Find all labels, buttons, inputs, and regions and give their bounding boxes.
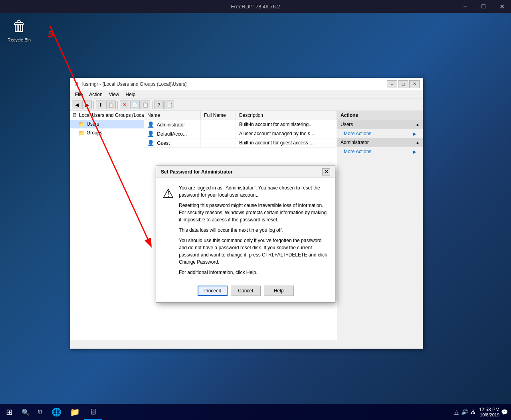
annotation-number: 5: [48, 29, 53, 40]
sys-tray-chevron[interactable]: △: [454, 409, 459, 415]
taskbar-clock[interactable]: 12:53 PM 10/8/2019: [479, 407, 499, 417]
freerdp-title: FreeRDP: 78.46.76.2: [231, 4, 280, 10]
toolbar-export[interactable]: 📑: [164, 101, 174, 109]
tree-users[interactable]: 📁 Users: [70, 120, 144, 128]
dialog-close-button[interactable]: ✕: [322, 168, 330, 175]
more-actions-arrow-users: ▶: [413, 132, 416, 136]
toolbar-new[interactable]: 📋: [141, 101, 150, 109]
set-password-dialog: Set Password for Administrator ✕ ⚠ You a…: [156, 166, 335, 303]
mmc-title-icon: 🖥: [73, 81, 80, 87]
taskbar-search-button[interactable]: 🔍: [18, 404, 33, 420]
sys-tray-volume[interactable]: 🔊: [461, 409, 468, 415]
mmc-title-controls: − □ ✕: [387, 80, 420, 88]
menu-help[interactable]: Help: [123, 91, 139, 98]
toolbar-back[interactable]: ◀: [72, 101, 81, 109]
toolbar-delete[interactable]: ✕: [120, 101, 129, 109]
mmc-window-title: lusrmgr - [Local Users and Groups (Local…: [82, 81, 186, 87]
user-icon-administrator: 👤: [147, 121, 154, 128]
mmc-close-btn[interactable]: ✕: [409, 80, 420, 88]
maximize-button[interactable]: □: [474, 0, 493, 13]
taskbar: ⊞ 🔍 ⧉ 🌐 📁 🖥 △ 🔊 🖧 12:53 PM 10/8/2019 💬: [0, 404, 511, 420]
actions-section-admin[interactable]: Administrator ▲: [337, 138, 423, 147]
user-fullname-defaultacco: [201, 129, 236, 138]
taskbar-right: △ 🔊 🖧 12:53 PM 10/8/2019 💬: [454, 407, 511, 417]
mmc-actions-panel: Actions Users ▲ More Actions ▶ Administr…: [337, 111, 423, 340]
table-row[interactable]: 👤 Administrator Built-in account for adm…: [144, 120, 337, 129]
sys-tray-icons: △ 🔊 🖧: [454, 409, 477, 415]
actions-chevron-admin: ▲: [416, 140, 420, 145]
notification-icon[interactable]: 💬: [501, 409, 508, 415]
title-bar-controls: − □ ✕: [456, 0, 511, 13]
col-name[interactable]: Name: [144, 111, 201, 120]
mmc-title-bar: 🖥 lusrmgr - [Local Users and Groups (Loc…: [70, 78, 423, 90]
mmc-minimize-btn[interactable]: −: [387, 80, 397, 88]
mmc-toolbar: ◀ ▶ ⬆ 📋 ✕ 📄 📋 ? 📑: [70, 99, 423, 111]
more-actions-arrow-admin: ▶: [413, 150, 416, 154]
actions-users-more[interactable]: More Actions ▶: [337, 129, 423, 138]
toolbar-show[interactable]: 📋: [106, 101, 116, 109]
menu-file[interactable]: File: [72, 91, 86, 98]
col-fullname[interactable]: Full Name: [201, 111, 236, 120]
toolbar-forward[interactable]: ▶: [82, 101, 92, 109]
dialog-text: You are logged in as ''Administrator''. …: [179, 184, 329, 276]
dialog-para-5: For additional information, click Help.: [179, 269, 329, 276]
dialog-para-2: Resetting this password might cause irre…: [179, 202, 329, 223]
users-table: Name Full Name Description 👤 Administrat…: [144, 111, 337, 148]
taskbar-app-explorer[interactable]: 📁: [65, 404, 84, 420]
user-desc-defaultacco: A user account managed by the s...: [236, 129, 337, 138]
sys-tray-network[interactable]: 🖧: [470, 409, 476, 415]
toolbar-sep3: [152, 101, 153, 109]
tree-root-icon: 🖥: [72, 112, 77, 118]
actions-section-admin-label: Administrator: [341, 140, 369, 145]
tree-groups[interactable]: 📁 Groups: [70, 128, 144, 137]
help-button[interactable]: Help: [264, 286, 294, 296]
actions-section-users[interactable]: Users ▲: [337, 120, 423, 129]
user-icon-defaultacco: 👤: [147, 130, 154, 137]
menu-view[interactable]: View: [106, 91, 123, 98]
mmc-left-panel: 🖥 Local Users and Groups (Local) 📁 Users…: [70, 111, 144, 340]
table-row[interactable]: 👤 Guest Built-in account for guest acces…: [144, 138, 337, 148]
table-row[interactable]: 👤 DefaultAcco... A user account managed …: [144, 129, 337, 138]
start-button[interactable]: ⊞: [0, 404, 18, 420]
mmc-maximize-btn[interactable]: □: [398, 80, 408, 88]
taskbar-task-view-button[interactable]: ⧉: [33, 404, 47, 420]
user-fullname-guest: [201, 138, 236, 148]
warning-icon: ⚠: [162, 186, 174, 276]
close-button[interactable]: ✕: [493, 0, 511, 13]
freerdp-title-bar: FreeRDP: 78.46.76.2 − □ ✕: [0, 0, 511, 13]
taskbar-app-ie[interactable]: 🌐: [47, 404, 65, 420]
dialog-body: ⚠ You are logged in as ''Administrator''…: [156, 178, 335, 282]
dialog-para-4: You should use this command only if you'…: [179, 237, 329, 266]
cancel-button[interactable]: Cancel: [231, 286, 261, 296]
user-name-administrator: 👤 Administrator: [144, 120, 201, 129]
proceed-button[interactable]: Proceed: [198, 286, 228, 296]
toolbar-up[interactable]: ⬆: [96, 101, 105, 109]
user-name-defaultacco: 👤 DefaultAcco...: [144, 129, 201, 138]
user-desc-administrator: Built-in account for administering...: [236, 120, 337, 129]
col-description[interactable]: Description: [236, 111, 337, 120]
tree-root[interactable]: 🖥 Local Users and Groups (Local): [70, 111, 144, 120]
dialog-para-3: This data loss will occur the next time …: [179, 227, 329, 234]
dialog-buttons: Proceed Cancel Help: [156, 282, 335, 302]
user-fullname-administrator: [201, 120, 236, 129]
recycle-bin-label: Recycle Bin: [8, 37, 31, 42]
mmc-menu-bar: File Action View Help: [70, 90, 423, 99]
desktop: FreeRDP: 78.46.76.2 − □ ✕ 🗑 Recycle Bin …: [0, 0, 511, 420]
tree-groups-label: Groups: [87, 130, 102, 136]
taskbar-app-mmc[interactable]: 🖥: [84, 404, 102, 420]
actions-admin-more[interactable]: More Actions ▶: [337, 147, 423, 156]
toolbar-properties[interactable]: 📄: [130, 101, 140, 109]
menu-action[interactable]: Action: [86, 91, 105, 98]
actions-header: Actions: [337, 111, 423, 120]
mmc-status-bar: [70, 340, 423, 349]
dialog-title-bar: Set Password for Administrator ✕: [156, 166, 335, 178]
toolbar-sep1: [93, 101, 94, 109]
recycle-bin-icon[interactable]: 🗑 Recycle Bin: [3, 17, 35, 42]
minimize-button[interactable]: −: [456, 0, 474, 13]
actions-chevron-users: ▲: [416, 122, 420, 127]
tree-groups-icon: 📁: [78, 130, 85, 136]
toolbar-help[interactable]: ?: [154, 101, 164, 109]
dialog-title: Set Password for Administrator: [161, 169, 233, 175]
tree-users-icon: 📁: [78, 121, 85, 127]
taskbar-time: 12:53 PM: [479, 407, 499, 412]
